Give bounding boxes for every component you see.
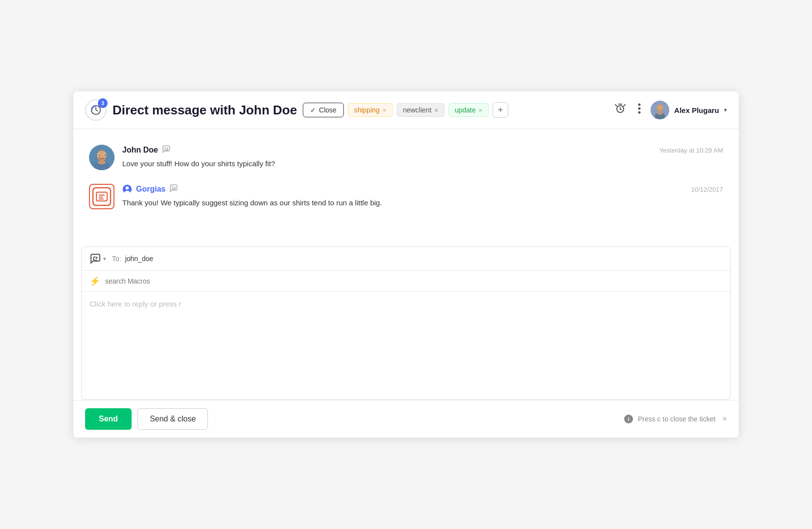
gorgias-avatar [89, 184, 114, 209]
info-icon: i [624, 415, 633, 423]
update-tag-label: update [455, 106, 476, 114]
page-title: Direct message with John Doe [113, 103, 297, 118]
message-2-header: Gorgias 10/12/2017 [122, 184, 723, 195]
john-doe-avatar-svg [89, 145, 114, 170]
shipping-remove-icon[interactable]: × [383, 107, 386, 113]
main-window: 3 Direct message with John Doe ✓ Close s… [73, 91, 739, 438]
tags-row: ✓ Close shipping × newclient × update × … [303, 102, 508, 118]
update-remove-icon[interactable]: × [478, 107, 482, 113]
send-close-button[interactable]: Send & close [137, 408, 208, 430]
more-options-button[interactable] [636, 101, 643, 119]
agent-dropdown-arrow: ▾ [724, 107, 727, 113]
channel-selector[interactable]: ▾ [90, 253, 106, 264]
message-2-channel-icon [169, 184, 178, 195]
footer: Send Send & close i Press c to close the… [73, 400, 739, 438]
reply-placeholder: Click here to reply or press r [90, 300, 181, 308]
reply-text-area[interactable]: Click here to reply or press r [82, 292, 730, 399]
message-2-text: Thank you! We typically suggest sizing d… [122, 198, 723, 209]
message-1-sender: John Doe [122, 145, 171, 155]
svg-point-5 [638, 108, 641, 110]
lightning-icon: ⚡ [90, 276, 100, 287]
history-badge: 3 [98, 98, 108, 108]
message-1: John Doe Yesterday at 10:29 AM Love your [89, 145, 723, 170]
message-1-content: John Doe Yesterday at 10:29 AM Love your [122, 145, 723, 170]
macros-input[interactable] [105, 277, 722, 285]
agent-name: Alex Plugaru [674, 106, 719, 114]
hint-close-icon[interactable]: × [722, 415, 727, 423]
newclient-remove-icon[interactable]: × [434, 107, 438, 113]
footer-hint: i Press c to close the ticket × [624, 415, 727, 423]
alarm-icon [614, 103, 626, 114]
footer-actions: Send Send & close [85, 408, 208, 430]
more-options-icon [638, 103, 641, 114]
to-value: john_doe [125, 255, 154, 263]
gorgias-avatar-svg [92, 187, 112, 206]
close-tag-button[interactable]: ✓ Close [303, 103, 344, 117]
header: 3 Direct message with John Doe ✓ Close s… [73, 91, 739, 129]
svg-point-20 [104, 154, 105, 155]
message-2-name: Gorgias [136, 185, 165, 194]
channel-dropdown-arrow: ▾ [103, 256, 106, 262]
macros-row[interactable]: ⚡ [82, 271, 730, 292]
agent-selector[interactable]: Alex Plugaru ▾ [651, 101, 727, 119]
message-1-time: Yesterday at 10:29 AM [659, 147, 723, 154]
message-1-channel-icon [162, 145, 171, 155]
hint-text: Press c to close the ticket [638, 415, 716, 423]
channel-icon [90, 253, 101, 264]
svg-point-9 [657, 105, 663, 110]
check-icon: ✓ [310, 106, 316, 114]
close-tag-label: Close [319, 106, 337, 114]
send-button[interactable]: Send [85, 408, 132, 430]
message-1-text: Love your stuff! How do your shirts typi… [122, 158, 723, 170]
message-2: Gorgias 10/12/2017 Thank you! We typical… [89, 184, 723, 209]
reply-to-row: ▾ To: john_doe [82, 247, 730, 271]
shipping-tag-label: shipping [354, 106, 380, 114]
shipping-tag[interactable]: shipping × [348, 103, 393, 117]
svg-point-19 [98, 154, 99, 155]
to-label: To: [112, 255, 121, 263]
message-2-content: Gorgias 10/12/2017 Thank you! We typical… [122, 184, 723, 209]
message-2-time: 10/12/2017 [691, 186, 723, 193]
gorgias-user-icon [122, 184, 132, 194]
add-tag-button[interactable]: + [493, 102, 508, 118]
john-doe-avatar [89, 145, 114, 170]
agent-avatar-svg [651, 101, 669, 119]
message-1-header: John Doe Yesterday at 10:29 AM [122, 145, 723, 155]
message-2-sender: Gorgias [122, 184, 178, 195]
svg-point-28 [124, 191, 130, 194]
svg-point-27 [126, 186, 129, 190]
update-tag[interactable]: update × [449, 103, 489, 117]
agent-avatar [651, 101, 669, 119]
history-button[interactable]: 3 [85, 99, 107, 121]
svg-point-16 [98, 160, 106, 164]
alarm-button[interactable] [612, 101, 628, 119]
header-right: Alex Plugaru ▾ [612, 101, 727, 119]
svg-point-11 [657, 112, 662, 115]
messages-area: John Doe Yesterday at 10:29 AM Love your [73, 129, 739, 246]
message-1-name: John Doe [122, 146, 158, 154]
newclient-tag[interactable]: newclient × [397, 103, 445, 117]
reply-box: ▾ To: john_doe ⚡ Click here to reply or … [81, 246, 731, 400]
header-left: 3 Direct message with John Doe ✓ Close s… [85, 99, 605, 121]
newclient-tag-label: newclient [403, 106, 431, 114]
svg-point-4 [638, 104, 641, 106]
svg-point-6 [638, 111, 641, 114]
